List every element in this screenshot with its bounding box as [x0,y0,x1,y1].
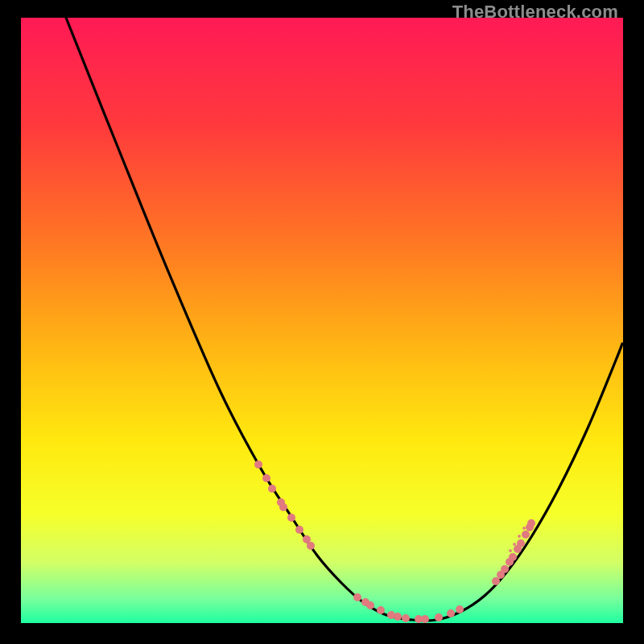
chart-svg [21,18,623,623]
watermark-text: TheBottleneck.com [452,2,618,23]
chart-marker [262,474,270,482]
chart-marker [366,601,374,609]
chart-marker [435,613,443,621]
chart-marker [518,535,521,538]
chart-curve [66,18,622,621]
chart-marker [522,530,530,539]
chart-marker [509,553,517,561]
chart-marker [279,503,287,511]
chart-marker [295,526,303,534]
chart-frame [21,18,623,623]
chart-marker [509,549,512,552]
chart-marker [456,605,464,613]
chart-marker [447,609,455,617]
chart-marker [421,615,429,623]
chart-marker [402,614,410,622]
chart-marker [501,565,509,573]
chart-marker [492,577,500,585]
chart-marker [517,539,525,547]
chart-marker [522,526,526,530]
chart-marker [353,593,361,601]
chart-marker [268,485,276,493]
chart-marker [377,606,385,614]
chart-marker [287,514,295,522]
chart-marker [394,613,402,621]
chart-marker [254,460,262,469]
chart-marker [513,543,516,546]
chart-marker [527,519,535,527]
chart-marker [307,542,315,550]
